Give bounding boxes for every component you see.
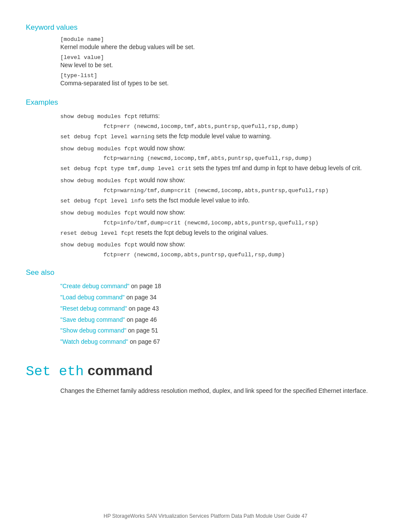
examples-container: show debug modules fcpt returns:fctp=err… xyxy=(60,111,385,258)
example-suffix: sets the types tmf and dump in fcpt to h… xyxy=(191,165,361,171)
example-code: set debug fcpt level info xyxy=(60,198,144,204)
example-code: reset debug level fcpt xyxy=(60,230,134,236)
see-also-item: "Save debug command" on page 46 xyxy=(60,315,385,325)
example-line: show debug modules fcpt would now show: xyxy=(60,175,385,186)
see-also-page-ref: on page 46 xyxy=(125,316,157,323)
set-eth-bold: command xyxy=(87,363,153,378)
footer-text: HP StorageWorks SAN Virtualization Servi… xyxy=(104,513,308,519)
keyword-code: [type-list] xyxy=(60,72,385,79)
set-eth-mono: Set eth xyxy=(26,364,84,380)
set-eth-heading: Set eth command xyxy=(26,363,385,380)
see-also-page-ref: on page 43 xyxy=(127,305,159,312)
example-line: set debug fcpt type tmf,dump level crit … xyxy=(60,163,385,174)
see-also-item: "Create debug command" on page 18 xyxy=(60,281,385,292)
example-suffix: sets the fctp module level value to warn… xyxy=(154,133,271,140)
example-line: reset debug level fcpt resets the fcpt d… xyxy=(60,228,385,238)
see-also-link[interactable]: "Save debug command" xyxy=(60,316,125,323)
keyword-description: Kernel module where the debug values wil… xyxy=(60,43,385,52)
example-line: show debug modules fcpt would now show: xyxy=(60,143,385,154)
set-eth-description: Changes the Ethernet family address reso… xyxy=(60,386,385,395)
footer: HP StorageWorks SAN Virtualization Servi… xyxy=(0,513,411,519)
example-suffix: would now show: xyxy=(137,209,185,216)
see-also-link[interactable]: "Reset debug command" xyxy=(60,305,127,312)
keyword-item: [module name]Kernel module where the deb… xyxy=(60,36,385,52)
keyword-item: [type-list]Comma-separated list of types… xyxy=(60,72,385,88)
example-suffix: would now show: xyxy=(137,145,185,152)
example-code: show debug modules fcpt xyxy=(60,210,137,216)
example-line: set debug fcpt level info sets the fsct … xyxy=(60,196,385,206)
example-code: show debug modules fcpt xyxy=(60,146,137,152)
example-indented: fctp=warning/tmf,dump=crit (newcmd,iocom… xyxy=(103,187,385,194)
keyword-item: [level value]New level to be set. xyxy=(60,54,385,70)
see-also-link[interactable]: "Show debug command" xyxy=(60,327,126,334)
see-also-link[interactable]: "Create debug command" xyxy=(60,283,129,289)
see-also-page-ref: on page 67 xyxy=(128,338,160,345)
see-also-item: "Watch debug command" on page 67 xyxy=(60,337,385,347)
examples-heading: Examples xyxy=(26,98,385,107)
keyword-code: [module name] xyxy=(60,36,385,43)
keyword-description: New level to be set. xyxy=(60,61,385,70)
example-line: set debug fcpt level warning sets the fc… xyxy=(60,131,385,142)
example-line: show debug modules fcpt would now show: xyxy=(60,208,385,218)
example-suffix: would now show: xyxy=(137,241,185,248)
example-code: show debug modules fcpt xyxy=(60,177,137,184)
see-also-item: "Reset debug command" on page 43 xyxy=(60,304,385,314)
see-also-page-ref: on page 34 xyxy=(125,294,156,301)
example-suffix: would now show: xyxy=(137,177,185,184)
example-suffix: sets the fsct module level value to info… xyxy=(144,197,249,204)
see-also-link[interactable]: "Watch debug command" xyxy=(60,338,128,345)
example-indented: fctp=err (newcmd,iocomp,abts,puntrsp,que… xyxy=(103,252,385,258)
see-also-page-ref: on page 51 xyxy=(126,327,158,334)
example-line: show debug modules fcpt would now show: xyxy=(60,240,385,250)
example-suffix: resets the fcpt debug levels to the orig… xyxy=(134,229,268,236)
keyword-description: Comma-separated list of types to be set. xyxy=(60,79,385,88)
see-also-heading: See also xyxy=(26,268,385,277)
see-also-container: "Create debug command" on page 18"Load d… xyxy=(60,281,385,347)
example-indented: fctp=info/tmf,dump=crit (newcmd,iocomp,a… xyxy=(103,220,385,226)
example-indented: fctp=err (newcmd,iocomp,tmf,abts,puntrsp… xyxy=(103,123,385,130)
example-line: show debug modules fcpt returns: xyxy=(60,111,385,121)
keyword-items-container: [module name]Kernel module where the deb… xyxy=(26,36,385,88)
see-also-link[interactable]: "Load debug command" xyxy=(60,294,125,301)
example-suffix: returns: xyxy=(137,112,159,119)
set-eth-description-block: Changes the Ethernet family address reso… xyxy=(60,386,385,395)
example-code: set debug fcpt level warning xyxy=(60,134,154,140)
see-also-item: "Show debug command" on page 51 xyxy=(60,326,385,336)
example-code: show debug modules fcpt xyxy=(60,113,137,120)
see-also-item: "Load debug command" on page 34 xyxy=(60,292,385,303)
example-indented: fctp=warning (newcmd,iocomp,tmf,abts,pun… xyxy=(103,155,385,162)
keyword-values-heading: Keyword values xyxy=(26,23,385,32)
keyword-code: [level value] xyxy=(60,54,385,61)
example-code: show debug modules fcpt xyxy=(60,242,137,248)
example-code: set debug fcpt type tmf,dump level crit xyxy=(60,165,191,172)
see-also-page-ref: on page 18 xyxy=(129,283,161,289)
